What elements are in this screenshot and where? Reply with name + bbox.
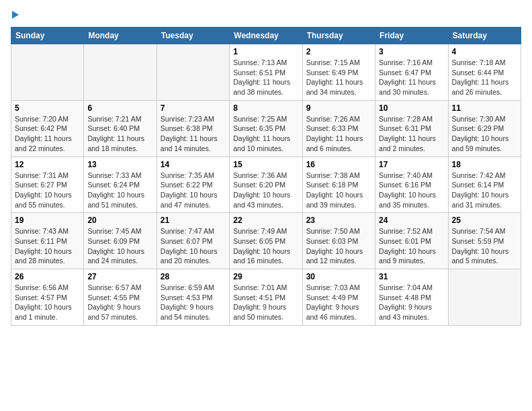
calendar-day: 11Sunrise: 7:30 AM Sunset: 6:29 PM Dayli… — [448, 100, 521, 156]
day-number: 28 — [161, 272, 226, 281]
calendar-day: 13Sunrise: 7:33 AM Sunset: 6:24 PM Dayli… — [84, 156, 157, 213]
day-info: Sunrise: 7:50 AM Sunset: 6:03 PM Dayligh… — [306, 226, 371, 266]
calendar-day: 25Sunrise: 7:54 AM Sunset: 5:59 PM Dayli… — [448, 213, 521, 269]
calendar-header-row: SundayMondayTuesdayWednesdayThursdayFrid… — [11, 28, 521, 44]
column-header-saturday: Saturday — [448, 28, 521, 44]
calendar-day: 5Sunrise: 7:20 AM Sunset: 6:42 PM Daylig… — [11, 100, 84, 156]
day-info: Sunrise: 7:28 AM Sunset: 6:31 PM Dayligh… — [379, 114, 444, 154]
page-header — [11, 11, 521, 19]
calendar-day: 27Sunrise: 6:57 AM Sunset: 4:55 PM Dayli… — [84, 269, 157, 326]
calendar-day: 18Sunrise: 7:42 AM Sunset: 6:14 PM Dayli… — [448, 156, 521, 213]
column-header-monday: Monday — [84, 28, 157, 44]
day-number: 22 — [233, 216, 298, 225]
calendar-week-row: 12Sunrise: 7:31 AM Sunset: 6:27 PM Dayli… — [11, 156, 521, 213]
day-info: Sunrise: 7:36 AM Sunset: 6:20 PM Dayligh… — [233, 171, 298, 210]
day-number: 19 — [15, 216, 80, 225]
calendar-day: 17Sunrise: 7:40 AM Sunset: 6:16 PM Dayli… — [375, 156, 448, 213]
day-info: Sunrise: 7:42 AM Sunset: 6:14 PM Dayligh… — [452, 171, 517, 210]
day-number: 15 — [233, 160, 298, 169]
calendar-day — [448, 269, 521, 326]
day-info: Sunrise: 7:49 AM Sunset: 6:05 PM Dayligh… — [233, 226, 298, 266]
day-number: 24 — [379, 216, 444, 225]
calendar-day: 14Sunrise: 7:35 AM Sunset: 6:22 PM Dayli… — [157, 156, 229, 213]
day-number: 30 — [306, 272, 371, 281]
day-info: Sunrise: 7:40 AM Sunset: 6:16 PM Dayligh… — [379, 171, 444, 210]
day-number: 3 — [379, 47, 444, 56]
calendar-table: SundayMondayTuesdayWednesdayThursdayFrid… — [11, 27, 521, 326]
calendar-week-row: 19Sunrise: 7:43 AM Sunset: 6:11 PM Dayli… — [11, 213, 521, 269]
day-number: 26 — [15, 272, 80, 281]
day-number: 14 — [161, 160, 226, 169]
day-info: Sunrise: 7:23 AM Sunset: 6:38 PM Dayligh… — [161, 114, 226, 154]
day-info: Sunrise: 7:31 AM Sunset: 6:27 PM Dayligh… — [15, 171, 80, 210]
day-info: Sunrise: 7:15 AM Sunset: 6:49 PM Dayligh… — [306, 58, 371, 97]
calendar-day: 20Sunrise: 7:45 AM Sunset: 6:09 PM Dayli… — [84, 213, 157, 269]
calendar-day: 15Sunrise: 7:36 AM Sunset: 6:20 PM Dayli… — [230, 156, 302, 213]
calendar-day: 24Sunrise: 7:52 AM Sunset: 6:01 PM Dayli… — [375, 213, 448, 269]
calendar-day: 22Sunrise: 7:49 AM Sunset: 6:05 PM Dayli… — [230, 213, 302, 269]
day-number: 25 — [452, 216, 517, 225]
day-number: 1 — [233, 47, 298, 56]
day-info: Sunrise: 7:25 AM Sunset: 6:35 PM Dayligh… — [233, 114, 298, 154]
calendar-day: 10Sunrise: 7:28 AM Sunset: 6:31 PM Dayli… — [375, 100, 448, 156]
logo — [11, 11, 19, 19]
logo-arrow-icon — [12, 11, 19, 19]
day-number: 9 — [306, 103, 371, 113]
calendar-day: 21Sunrise: 7:47 AM Sunset: 6:07 PM Dayli… — [157, 213, 229, 269]
day-info: Sunrise: 7:30 AM Sunset: 6:29 PM Dayligh… — [452, 114, 517, 154]
calendar-week-row: 5Sunrise: 7:20 AM Sunset: 6:42 PM Daylig… — [11, 100, 521, 156]
day-info: Sunrise: 7:16 AM Sunset: 6:47 PM Dayligh… — [379, 58, 444, 97]
column-header-tuesday: Tuesday — [157, 28, 229, 44]
calendar-day: 2Sunrise: 7:15 AM Sunset: 6:49 PM Daylig… — [302, 44, 375, 101]
calendar-day: 9Sunrise: 7:26 AM Sunset: 6:33 PM Daylig… — [302, 100, 375, 156]
calendar-day: 4Sunrise: 7:18 AM Sunset: 6:44 PM Daylig… — [448, 44, 521, 101]
day-info: Sunrise: 7:54 AM Sunset: 5:59 PM Dayligh… — [452, 226, 517, 266]
day-number: 12 — [15, 160, 80, 169]
day-number: 18 — [452, 160, 517, 169]
day-info: Sunrise: 6:57 AM Sunset: 4:55 PM Dayligh… — [87, 283, 152, 322]
day-number: 4 — [452, 47, 517, 56]
calendar-week-row: 1Sunrise: 7:13 AM Sunset: 6:51 PM Daylig… — [11, 44, 521, 101]
day-info: Sunrise: 7:21 AM Sunset: 6:40 PM Dayligh… — [87, 114, 152, 154]
day-info: Sunrise: 7:18 AM Sunset: 6:44 PM Dayligh… — [452, 58, 517, 97]
day-number: 5 — [15, 103, 80, 113]
day-info: Sunrise: 7:13 AM Sunset: 6:51 PM Dayligh… — [233, 58, 298, 97]
day-info: Sunrise: 7:26 AM Sunset: 6:33 PM Dayligh… — [306, 114, 371, 154]
calendar-day: 19Sunrise: 7:43 AM Sunset: 6:11 PM Dayli… — [11, 213, 84, 269]
calendar-day: 16Sunrise: 7:38 AM Sunset: 6:18 PM Dayli… — [302, 156, 375, 213]
day-number: 21 — [161, 216, 226, 225]
calendar-day: 28Sunrise: 6:59 AM Sunset: 4:53 PM Dayli… — [157, 269, 229, 326]
calendar-day: 1Sunrise: 7:13 AM Sunset: 6:51 PM Daylig… — [230, 44, 302, 101]
calendar-week-row: 26Sunrise: 6:56 AM Sunset: 4:57 PM Dayli… — [11, 269, 521, 326]
day-number: 8 — [233, 103, 298, 113]
day-info: Sunrise: 7:35 AM Sunset: 6:22 PM Dayligh… — [161, 171, 226, 210]
calendar-day: 31Sunrise: 7:04 AM Sunset: 4:48 PM Dayli… — [375, 269, 448, 326]
column-header-sunday: Sunday — [11, 28, 84, 44]
day-info: Sunrise: 7:03 AM Sunset: 4:49 PM Dayligh… — [306, 283, 371, 322]
day-number: 27 — [87, 272, 152, 281]
day-info: Sunrise: 7:47 AM Sunset: 6:07 PM Dayligh… — [161, 226, 226, 266]
calendar-day: 8Sunrise: 7:25 AM Sunset: 6:35 PM Daylig… — [230, 100, 302, 156]
day-number: 20 — [87, 216, 152, 225]
calendar-day: 30Sunrise: 7:03 AM Sunset: 4:49 PM Dayli… — [302, 269, 375, 326]
day-number: 7 — [161, 103, 226, 113]
day-info: Sunrise: 7:52 AM Sunset: 6:01 PM Dayligh… — [379, 226, 444, 266]
day-number: 11 — [452, 103, 517, 113]
day-number: 10 — [379, 103, 444, 113]
day-info: Sunrise: 6:56 AM Sunset: 4:57 PM Dayligh… — [15, 283, 80, 322]
calendar-day: 12Sunrise: 7:31 AM Sunset: 6:27 PM Dayli… — [11, 156, 84, 213]
day-number: 13 — [87, 160, 152, 169]
day-number: 31 — [379, 272, 444, 281]
calendar-day: 23Sunrise: 7:50 AM Sunset: 6:03 PM Dayli… — [302, 213, 375, 269]
calendar-day — [84, 44, 157, 101]
column-header-thursday: Thursday — [302, 28, 375, 44]
day-info: Sunrise: 7:45 AM Sunset: 6:09 PM Dayligh… — [87, 226, 152, 266]
day-number: 29 — [233, 272, 298, 281]
calendar-day: 6Sunrise: 7:21 AM Sunset: 6:40 PM Daylig… — [84, 100, 157, 156]
day-info: Sunrise: 7:43 AM Sunset: 6:11 PM Dayligh… — [15, 226, 80, 266]
day-info: Sunrise: 7:04 AM Sunset: 4:48 PM Dayligh… — [379, 283, 444, 322]
calendar-day: 7Sunrise: 7:23 AM Sunset: 6:38 PM Daylig… — [157, 100, 229, 156]
day-info: Sunrise: 6:59 AM Sunset: 4:53 PM Dayligh… — [161, 283, 226, 322]
day-number: 16 — [306, 160, 371, 169]
day-info: Sunrise: 7:33 AM Sunset: 6:24 PM Dayligh… — [87, 171, 152, 210]
